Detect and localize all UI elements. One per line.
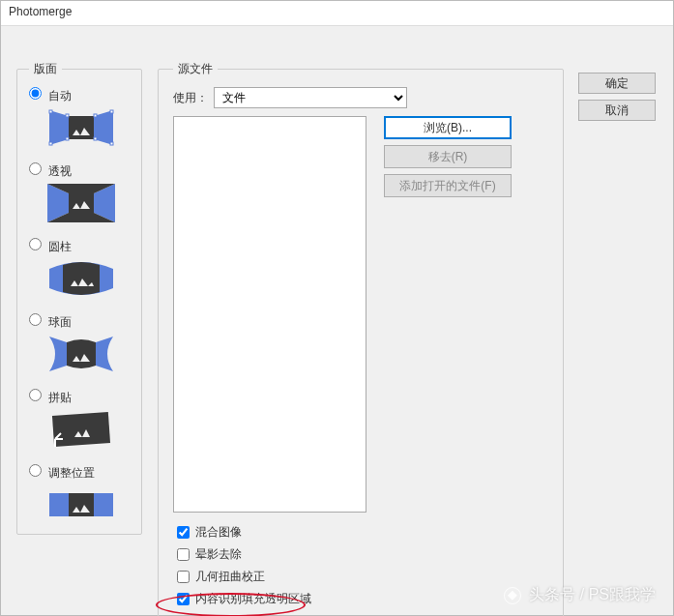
checkbox-blend[interactable]	[177, 526, 190, 539]
svg-rect-11	[110, 142, 113, 145]
check-geometric[interactable]: 几何扭曲校正	[177, 569, 548, 585]
source-fieldset: 源文件 使用： 文件 浏览(B)... 移去(R) 添加打开的文件(F) 混合	[158, 61, 564, 616]
titlebar: Photomerge	[1, 1, 673, 26]
layout-option-auto[interactable]: 自动	[29, 87, 133, 104]
source-legend: 源文件	[173, 61, 218, 77]
dialog-buttons: 确定 取消	[578, 73, 656, 121]
add-open-files-button[interactable]: 添加打开的文件(F)	[384, 174, 512, 197]
svg-rect-10	[94, 137, 97, 140]
svg-rect-8	[94, 114, 97, 117]
radio-collage[interactable]	[29, 389, 42, 401]
layout-option-cylindrical[interactable]: 圆柱	[29, 238, 133, 255]
svg-rect-9	[110, 110, 113, 113]
options-checks: 混合图像 晕影去除 几何扭曲校正 内容识别填充透明区域	[173, 524, 548, 607]
auto-icon	[47, 108, 115, 147]
layout-icon-reposition	[29, 485, 133, 524]
radio-label[interactable]: 调整位置	[48, 466, 95, 480]
radio-label[interactable]: 透视	[48, 164, 72, 178]
remove-button[interactable]: 移去(R)	[384, 145, 512, 168]
reposition-icon	[47, 485, 115, 524]
browse-button[interactable]: 浏览(B)...	[384, 116, 512, 139]
use-label: 使用：	[173, 90, 214, 106]
cylindrical-icon	[47, 259, 115, 298]
content-area: 确定 取消 版面 自动	[1, 26, 673, 615]
svg-rect-7	[66, 137, 69, 140]
layout-option-perspective[interactable]: 透视	[29, 162, 133, 180]
use-select[interactable]: 文件	[214, 87, 407, 108]
radio-auto[interactable]	[29, 87, 42, 100]
svg-rect-21	[71, 418, 92, 441]
radio-label[interactable]: 球面	[48, 315, 72, 329]
spherical-icon	[47, 335, 115, 373]
radio-label[interactable]: 自动	[48, 89, 72, 103]
layout-option-spherical[interactable]: 球面	[29, 313, 133, 331]
radio-reposition[interactable]	[29, 464, 42, 477]
check-vignette[interactable]: 晕影去除	[177, 546, 548, 563]
layout-icon-spherical	[29, 335, 133, 373]
source-buttons: 浏览(B)... 移去(R) 添加打开的文件(F)	[384, 116, 512, 513]
svg-rect-23	[49, 493, 69, 516]
svg-rect-25	[69, 493, 94, 516]
check-label[interactable]: 内容识别填充透明区域	[195, 591, 311, 607]
layout-icon-collage	[29, 410, 133, 449]
check-label[interactable]: 几何扭曲校正	[195, 569, 265, 585]
check-label[interactable]: 混合图像	[195, 524, 242, 541]
svg-rect-6	[49, 142, 52, 145]
layout-fieldset: 版面 自动 透视	[16, 61, 142, 535]
radio-label[interactable]: 圆柱	[48, 240, 72, 253]
file-area: 浏览(B)... 移去(R) 添加打开的文件(F)	[173, 116, 548, 513]
svg-rect-24	[94, 493, 113, 516]
collage-icon	[47, 410, 115, 449]
window-title: Photomerge	[9, 5, 72, 18]
checkbox-vignette[interactable]	[177, 548, 190, 561]
perspective-icon	[47, 184, 115, 222]
cancel-button[interactable]: 取消	[578, 100, 656, 121]
layout-option-reposition[interactable]: 调整位置	[29, 464, 133, 482]
svg-rect-4	[49, 110, 52, 113]
radio-spherical[interactable]	[29, 313, 42, 326]
svg-rect-16	[69, 193, 94, 213]
radio-cylindrical[interactable]	[29, 238, 42, 250]
check-label[interactable]: 晕影去除	[195, 546, 242, 563]
use-row: 使用： 文件	[173, 87, 548, 108]
svg-rect-5	[66, 114, 69, 117]
check-blend[interactable]: 混合图像	[177, 524, 548, 541]
check-caf[interactable]: 内容识别填充透明区域	[177, 591, 548, 607]
layout-icon-cylindrical	[29, 259, 133, 298]
layout-icon-auto	[29, 108, 133, 147]
checkbox-geometric[interactable]	[177, 571, 190, 583]
checkbox-caf[interactable]	[177, 593, 190, 605]
layout-option-collage[interactable]: 拼贴	[29, 389, 133, 406]
ok-button[interactable]: 确定	[578, 73, 656, 94]
svg-rect-2	[69, 116, 94, 139]
radio-perspective[interactable]	[29, 162, 42, 175]
layout-legend: 版面	[29, 61, 62, 77]
file-listbox[interactable]	[173, 116, 366, 513]
dialog-window: Photomerge 确定 取消 版面 自动	[0, 0, 674, 616]
layout-icon-perspective	[29, 184, 133, 222]
radio-label[interactable]: 拼贴	[48, 391, 72, 404]
